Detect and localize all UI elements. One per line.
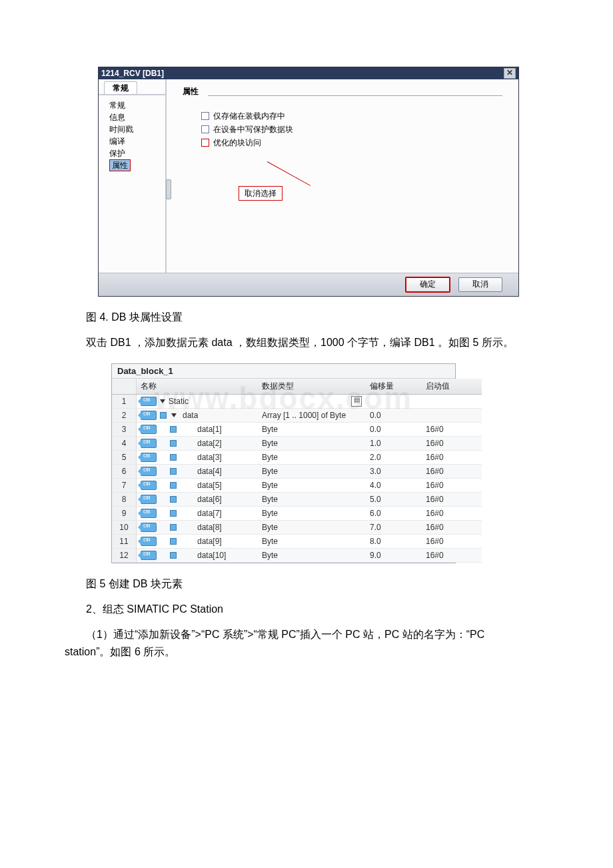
sidebar-item-3[interactable]: 编译: [109, 135, 165, 147]
row-start-value[interactable]: 16#0: [422, 535, 482, 549]
row-start-value[interactable]: 16#0: [422, 423, 482, 437]
row-type[interactable]: Byte: [258, 535, 366, 549]
datablock-table: 名称 数据类型 偏移量 启动值 1Static▤2dataArray [1 ..…: [112, 379, 482, 563]
col-head-start: 启动值: [422, 379, 482, 395]
row-start-value[interactable]: 16#0: [422, 479, 482, 493]
row-name-cell[interactable]: data[4]: [137, 465, 259, 479]
row-name-cell[interactable]: data[8]: [137, 521, 259, 535]
row-name: data: [180, 411, 198, 420]
checkbox-row-2: 优化的块访问: [201, 136, 502, 149]
row-start-value[interactable]: 16#0: [422, 493, 482, 507]
table-row[interactable]: 4data[2]Byte1.016#0: [112, 437, 482, 451]
ok-button[interactable]: 确定: [405, 277, 450, 293]
type-picker-icon[interactable]: ▤: [351, 396, 362, 407]
row-type[interactable]: ▤: [258, 395, 366, 409]
row-name-cell[interactable]: data: [137, 409, 259, 423]
row-name-cell[interactable]: data[5]: [137, 479, 259, 493]
row-start-value[interactable]: 16#0: [422, 507, 482, 521]
row-name: data[10]: [180, 551, 226, 560]
row-name-cell[interactable]: data[9]: [137, 535, 259, 549]
row-name: data[1]: [180, 425, 222, 434]
expand-icon[interactable]: [171, 413, 177, 417]
element-icon: [170, 510, 177, 517]
row-name-cell[interactable]: Static: [137, 395, 259, 409]
row-name-cell[interactable]: data[10]: [137, 549, 259, 563]
element-icon: [160, 412, 167, 419]
table-row[interactable]: 11data[9]Byte8.016#0: [112, 535, 482, 549]
row-start-value[interactable]: [422, 409, 482, 423]
paragraph-2: （1）通过“添加新设备”>“PC 系统”>“常规 PC”插入一个 PC 站，PC…: [65, 626, 524, 661]
table-row[interactable]: 9data[7]Byte6.016#0: [112, 507, 482, 521]
dialog-main-panel: 属性 仅存储在装载内存中在设备中写保护数据块优化的块访问 取消选择: [167, 79, 518, 273]
table-row[interactable]: 10data[8]Byte7.016#0: [112, 521, 482, 535]
row-name: Static: [169, 397, 189, 406]
row-start-value[interactable]: [422, 395, 482, 409]
checkbox-1[interactable]: [201, 125, 209, 133]
sidebar-tab-general[interactable]: 常规: [104, 81, 137, 95]
figure5-caption: 图 5 创建 DB 块元素: [65, 575, 524, 593]
db-tag-icon: [141, 397, 157, 406]
row-start-value[interactable]: 16#0: [422, 465, 482, 479]
checkbox-0[interactable]: [201, 112, 209, 120]
row-offset: 5.0: [366, 493, 422, 507]
checkbox-2[interactable]: [201, 139, 209, 147]
table-row[interactable]: 12data[10]Byte9.016#0: [112, 549, 482, 563]
row-offset: 2.0: [366, 451, 422, 465]
col-head-name: 名称: [137, 379, 259, 395]
table-row[interactable]: 8data[6]Byte5.016#0: [112, 493, 482, 507]
figure4-caption: 图 4. DB 块属性设置: [65, 309, 524, 326]
expand-icon[interactable]: [160, 399, 165, 403]
row-type[interactable]: Byte: [258, 423, 366, 437]
table-row[interactable]: 3data[1]Byte0.016#0: [112, 423, 482, 437]
row-name: data[8]: [180, 523, 222, 532]
cancel-button[interactable]: 取消: [458, 277, 502, 292]
table-row[interactable]: 2dataArray [1 .. 1000] of Byte0.0: [112, 409, 482, 423]
row-number: 2: [112, 409, 137, 423]
row-type[interactable]: Byte: [258, 479, 366, 493]
db-tag-icon: [141, 467, 157, 476]
row-type[interactable]: Byte: [258, 549, 366, 563]
row-start-value[interactable]: 16#0: [422, 549, 482, 563]
checkbox-label-1: 在设备中写保护数据块: [213, 124, 293, 135]
splitter-handle[interactable]: [166, 179, 171, 199]
row-type[interactable]: Array [1 .. 1000] of Byte: [258, 409, 366, 423]
col-head-type: 数据类型: [258, 379, 366, 395]
row-type[interactable]: Byte: [258, 437, 366, 451]
row-type[interactable]: Byte: [258, 507, 366, 521]
row-start-value[interactable]: 16#0: [422, 437, 482, 451]
sidebar-item-2[interactable]: 时间戳: [109, 123, 165, 135]
paragraph-1: 双击 DB1 ，添加数据元素 data ，数组数据类型，1000 个字节，编译 …: [65, 334, 524, 351]
table-row[interactable]: 1Static▤: [112, 395, 482, 409]
row-start-value[interactable]: 16#0: [422, 451, 482, 465]
table-row[interactable]: 7data[5]Byte4.016#0: [112, 479, 482, 493]
checkbox-label-2: 优化的块访问: [213, 137, 261, 149]
sidebar-item-0[interactable]: 常规: [109, 99, 165, 111]
row-type[interactable]: Byte: [258, 451, 366, 465]
row-type[interactable]: Byte: [258, 493, 366, 507]
sidebar-item-4[interactable]: 保护: [109, 147, 165, 159]
row-offset: 9.0: [366, 549, 422, 563]
row-start-value[interactable]: 16#0: [422, 521, 482, 535]
row-name-cell[interactable]: data[1]: [137, 423, 259, 437]
sidebar-item-1[interactable]: 信息: [109, 111, 165, 123]
dialog-titlebar[interactable]: 1214_RCV [DB1] ✕: [99, 67, 518, 79]
row-name: data[3]: [180, 453, 222, 462]
row-name-cell[interactable]: data[3]: [137, 451, 259, 465]
dialog-footer: 确定 取消: [99, 273, 518, 296]
row-name: data[6]: [180, 495, 222, 504]
table-row[interactable]: 6data[4]Byte3.016#0: [112, 465, 482, 479]
element-icon: [170, 426, 177, 433]
checkbox-label-0: 仅存储在装载内存中: [213, 111, 285, 122]
sidebar-item-5[interactable]: 属性: [109, 159, 131, 171]
db-tag-icon: [141, 509, 157, 518]
row-name-cell[interactable]: data[7]: [137, 507, 259, 521]
row-offset: 3.0: [366, 465, 422, 479]
db-tag-icon: [141, 481, 157, 490]
table-row[interactable]: 5data[3]Byte2.016#0: [112, 451, 482, 465]
row-type[interactable]: Byte: [258, 521, 366, 535]
row-name-cell[interactable]: data[6]: [137, 493, 259, 507]
close-icon[interactable]: ✕: [504, 68, 516, 79]
row-name-cell[interactable]: data[2]: [137, 437, 259, 451]
row-type[interactable]: Byte: [258, 465, 366, 479]
db-tag-icon: [141, 439, 157, 448]
